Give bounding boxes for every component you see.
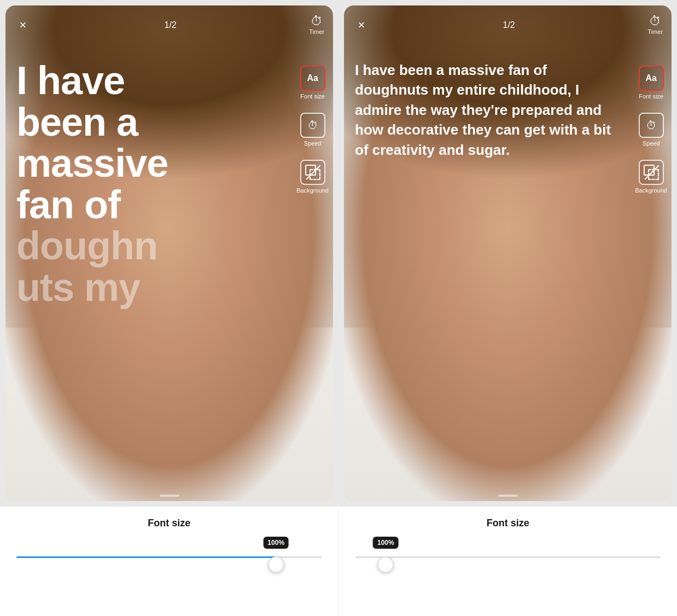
speed-icon: ⏱ xyxy=(646,119,657,132)
background-icon-box xyxy=(300,160,325,185)
font-size-icon-box: Aa xyxy=(300,66,325,91)
background-icon xyxy=(644,165,659,180)
font-size-icon: Aa xyxy=(307,73,318,83)
left-close-button[interactable]: × xyxy=(14,16,32,34)
font-size-icon-box: Aa xyxy=(639,66,664,91)
background-icon xyxy=(305,165,320,180)
right-panel: I have been a massive fan of doughnuts m… xyxy=(344,5,672,501)
left-panel-handle xyxy=(160,495,179,497)
left-font-size-button[interactable]: Aa Font size xyxy=(300,66,325,100)
left-timer-button[interactable]: ⏱ Timer xyxy=(309,15,324,35)
right-panel-handle xyxy=(498,495,518,497)
background-label: Background xyxy=(635,187,667,194)
right-text-overlay: I have been a massive fan of doughnuts m… xyxy=(355,60,617,160)
left-slider-container: 100% xyxy=(16,556,322,558)
left-panel: I have been a massive fan of doughn uts … xyxy=(5,5,333,501)
right-top-bar: × 1/2 ⏱ Timer xyxy=(344,5,672,35)
timer-icon: ⏱ xyxy=(311,15,323,27)
left-font-size-label: Font size xyxy=(148,518,190,529)
right-timer-button[interactable]: ⏱ Timer xyxy=(647,15,663,35)
right-slider-container: 100% xyxy=(355,556,661,558)
timer-icon: ⏱ xyxy=(649,15,661,27)
left-top-bar: × 1/2 ⏱ Timer xyxy=(5,5,333,35)
speed-label: Speed xyxy=(643,140,660,147)
left-text-overlay: I have been a massive fan of doughn uts … xyxy=(16,60,284,309)
speed-icon-box: ⏱ xyxy=(300,113,325,138)
close-icon: × xyxy=(358,19,365,31)
speed-icon-box: ⏱ xyxy=(639,113,664,138)
left-slider-fill xyxy=(16,556,276,558)
background-icon-box xyxy=(639,160,664,185)
right-background-button[interactable]: Background xyxy=(635,160,667,194)
right-right-controls: Aa Font size ⏱ Speed Background xyxy=(635,66,667,194)
speed-label: Speed xyxy=(304,140,322,147)
close-icon: × xyxy=(20,19,27,31)
left-slider-thumb[interactable]: 100% xyxy=(268,556,284,573)
right-page-indicator: 1/2 xyxy=(503,20,515,30)
timer-label: Timer xyxy=(647,28,663,35)
right-speed-button[interactable]: ⏱ Speed xyxy=(639,113,664,147)
timer-label: Timer xyxy=(309,28,324,35)
left-background-button[interactable]: Background xyxy=(296,160,329,194)
right-slider-thumb[interactable]: 100% xyxy=(377,556,394,573)
right-slider-track: 100% xyxy=(355,556,661,558)
left-slider-badge: 100% xyxy=(263,537,289,549)
right-font-size-button[interactable]: Aa Font size xyxy=(639,66,664,100)
left-bottom-panel: Font size 100% xyxy=(0,507,339,616)
background-label: Background xyxy=(296,187,329,194)
left-speed-button[interactable]: ⏱ Speed xyxy=(300,113,325,147)
font-size-icon: Aa xyxy=(645,73,656,83)
right-close-button[interactable]: × xyxy=(353,16,370,34)
speed-icon: ⏱ xyxy=(307,119,318,132)
left-page-indicator: 1/2 xyxy=(165,20,177,30)
right-bottom-panel: Font size 100% xyxy=(339,507,678,616)
font-size-label: Font size xyxy=(639,93,663,100)
left-right-controls: Aa Font size ⏱ Speed Background xyxy=(296,66,329,194)
left-slider-track: 100% xyxy=(16,556,322,558)
font-size-label: Font size xyxy=(300,93,325,100)
right-font-size-label: Font size xyxy=(487,518,529,529)
right-slider-badge: 100% xyxy=(373,537,399,549)
bottom-area: Font size 100% Font size 100% xyxy=(0,507,677,616)
